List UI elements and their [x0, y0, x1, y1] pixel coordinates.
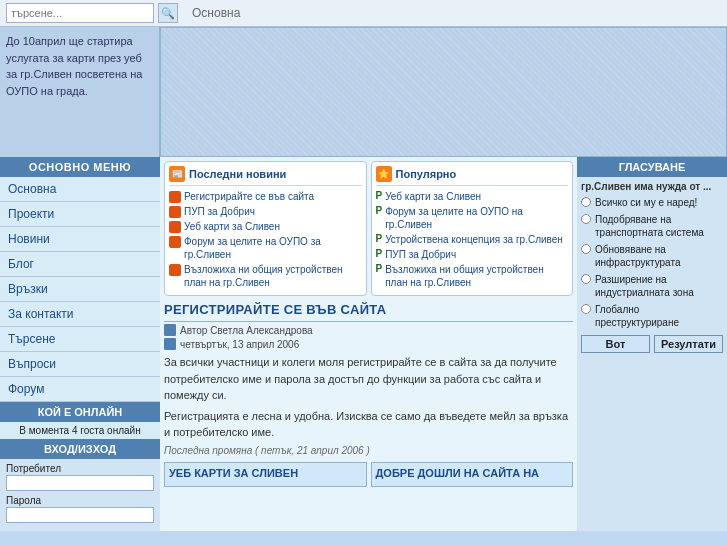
password-input[interactable]: [6, 507, 154, 523]
news-bullet-4: [169, 236, 181, 248]
article-title: РЕГИСТРИРАЙТЕ СЕ ВЪВ САЙТА: [164, 302, 573, 317]
article-body-2: Регистрацията е лесна и удобна. Изисква …: [164, 408, 573, 441]
bottom-box-1: УЕБ КАРТИ ЗА СЛИВЕН: [164, 462, 367, 487]
vote-question: гр.Сливен има нужда от ...: [577, 177, 727, 194]
sidebar-item-tarsene[interactable]: Търсене: [0, 327, 160, 352]
news-link-3[interactable]: Уеб карти за Сливен: [184, 220, 280, 233]
search-button[interactable]: 🔍: [158, 3, 178, 23]
popular-link-5[interactable]: Възложиха ни общия устройствен план на г…: [385, 263, 568, 289]
popular-item-5: P Възложиха ни общия устройствен план на…: [376, 263, 569, 289]
sidebar-item-osnovnа[interactable]: Основна: [0, 177, 160, 202]
bottom-box-1-title: УЕБ КАРТИ ЗА СЛИВЕН: [169, 467, 362, 479]
header-bar: 🔍 Основна: [0, 0, 727, 27]
vote-title: ГЛАСУВАНЕ: [577, 157, 727, 177]
results-button[interactable]: Резултати: [654, 335, 723, 353]
vote-buttons: Вот Резултати: [577, 331, 727, 357]
right-panel: ГЛАСУВАНЕ гр.Сливен има нужда от ... Вси…: [577, 157, 727, 531]
news-box-title: 📰 Последни новини: [169, 166, 362, 186]
popular-box-title: ⭐ Популярно: [376, 166, 569, 186]
sidebar-item-novini[interactable]: Новини: [0, 227, 160, 252]
popular-item-3: P Устройствена концепция за гр.Сливен: [376, 233, 569, 246]
news-item-1: Регистрирайте се във сайта: [169, 190, 362, 203]
article-divider: [164, 321, 573, 322]
vote-option-1: Всичко си му е наред!: [577, 194, 727, 211]
pop-bullet-4: P: [376, 248, 383, 259]
login-title: ВХОД/ИЗХОД: [0, 439, 160, 459]
article-modified: Последна промяна ( петък, 21 април 2006 …: [164, 445, 573, 456]
content-area: 📰 Последни новини Регистрирайте се във с…: [160, 157, 577, 531]
news-bullet-2: [169, 206, 181, 218]
vote-radio-2[interactable]: [581, 214, 591, 224]
popular-box: ⭐ Популярно P Уеб карти за Сливен P Фору…: [371, 161, 574, 296]
search-input[interactable]: [6, 3, 154, 23]
news-link-4[interactable]: Форум за целите на ОУПО за гр.Сливен: [184, 235, 362, 261]
article-author-row: Автор Светла Александрова: [164, 324, 573, 336]
sidebar-item-blog[interactable]: Блог: [0, 252, 160, 277]
username-input[interactable]: [6, 475, 154, 491]
bottom-box-2: ДОБРЕ ДОШЛИ НА САЙТА НА: [371, 462, 574, 487]
news-item-4: Форум за целите на ОУПО за гр.Сливен: [169, 235, 362, 261]
sidebar-item-vaprosi[interactable]: Въпроси: [0, 352, 160, 377]
sidebar-item-forum[interactable]: Форум: [0, 377, 160, 402]
banner-text: До 10април ще стартира услугата за карти…: [0, 27, 159, 105]
popular-item-1: P Уеб карти за Сливен: [376, 190, 569, 203]
news-link-1[interactable]: Регистрирайте се във сайта: [184, 190, 314, 203]
popular-icon: ⭐: [376, 166, 392, 182]
pass-label: Парола: [6, 495, 154, 506]
vote-button[interactable]: Вот: [581, 335, 650, 353]
vote-option-5: Глобално преструктуриране: [577, 301, 727, 331]
news-item-2: ПУП за Добрич: [169, 205, 362, 218]
vote-radio-3[interactable]: [581, 244, 591, 254]
news-item-3: Уеб карти за Сливен: [169, 220, 362, 233]
article-body-1: За всички участници и колеги моля регист…: [164, 354, 573, 404]
sidebar: ОСНОВНО МЕНЮ Основна Проекти Новини Блог…: [0, 157, 160, 531]
pop-bullet-2: P: [376, 205, 383, 216]
vote-option-2: Подобряване на транспортната система: [577, 211, 727, 241]
author-icon: [164, 324, 176, 336]
popular-link-1[interactable]: Уеб карти за Сливен: [385, 190, 481, 203]
news-box: 📰 Последни новини Регистрирайте се във с…: [164, 161, 367, 296]
news-bullet-1: [169, 191, 181, 203]
popular-link-4[interactable]: ПУП за Добрич: [385, 248, 456, 261]
news-item-5: Възложиха ни общия устройствен план на г…: [169, 263, 362, 289]
bottom-row: УЕБ КАРТИ ЗА СЛИВЕН ДОБРЕ ДОШЛИ НА САЙТА…: [164, 462, 573, 487]
sidebar-item-proekti[interactable]: Проекти: [0, 202, 160, 227]
login-form: Потребител Парола: [0, 459, 160, 531]
news-bullet-5: [169, 264, 181, 276]
news-bullet-3: [169, 221, 181, 233]
article-date: четвъртък, 13 април 2006: [180, 339, 299, 350]
popular-link-3[interactable]: Устройствена концепция за гр.Сливен: [385, 233, 563, 246]
top-row: До 10април ще стартира услугата за карти…: [0, 27, 727, 157]
pop-bullet-3: P: [376, 233, 383, 244]
main-layout: ОСНОВНО МЕНЮ Основна Проекти Новини Блог…: [0, 157, 727, 531]
date-icon: [164, 338, 176, 350]
vote-radio-1[interactable]: [581, 197, 591, 207]
who-online-title: КОЙ Е ОНЛАЙН: [0, 402, 160, 422]
popular-link-2[interactable]: Форум за целите на ОУПО на гр.Сливен: [385, 205, 568, 231]
article-author: Автор Светла Александрова: [180, 325, 313, 336]
sidebar-item-kontakti[interactable]: За контакти: [0, 302, 160, 327]
news-link-2[interactable]: ПУП за Добрич: [184, 205, 255, 218]
bottom-box-2-title: ДОБРЕ ДОШЛИ НА САЙТА НА: [376, 467, 569, 479]
banner-text-sidebar: До 10април ще стартира услугата за карти…: [0, 27, 160, 157]
article-date-row: четвъртък, 13 април 2006: [164, 338, 573, 350]
vote-radio-5[interactable]: [581, 304, 591, 314]
pop-bullet-1: P: [376, 190, 383, 201]
pop-bullet-5: P: [376, 263, 383, 274]
breadcrumb: Основна: [182, 6, 721, 20]
popular-item-2: P Форум за целите на ОУПО на гр.Сливен: [376, 205, 569, 231]
user-label: Потребител: [6, 463, 154, 474]
news-link-5[interactable]: Възложиха ни общия устройствен план на г…: [184, 263, 362, 289]
vote-option-3: Обновяване на инфраструктурата: [577, 241, 727, 271]
sidebar-item-vrazki[interactable]: Връзки: [0, 277, 160, 302]
vote-radio-4[interactable]: [581, 274, 591, 284]
main-menu-title: ОСНОВНО МЕНЮ: [0, 157, 160, 177]
news-popular-row: 📰 Последни новини Регистрирайте се във с…: [164, 161, 573, 296]
news-icon: 📰: [169, 166, 185, 182]
who-online-text: В момента 4 госта онлайн: [0, 422, 160, 439]
banner-image-area: [160, 27, 727, 157]
popular-item-4: P ПУП за Добрич: [376, 248, 569, 261]
vote-option-4: Разширение на индустриалната зона: [577, 271, 727, 301]
